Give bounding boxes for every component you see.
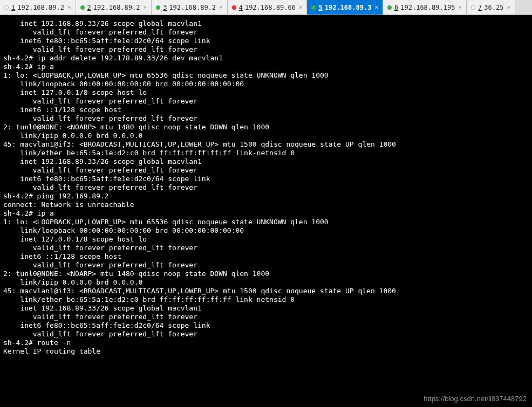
terminal-line: 45: macvlan1@if3: <BROADCAST,MULTICAST,U… [3,287,529,295]
close-icon[interactable]: × [219,4,223,11]
tab-2[interactable]: 2192.168.89.2× [76,0,152,15]
terminal-line: inet 192.168.89.33/26 scope global macvl… [3,19,529,28]
terminal-line: inet 192.168.89.33/26 scope global macvl… [3,304,529,313]
terminal-line: 1: lo: <LOOPBACK,UP,LOWER_UP> mtu 65536 … [3,218,529,226]
terminal-line: valid_lft forever preferred_lft forever [3,166,529,175]
terminal-line: inet6 fe80::bc65:5aff:fe1e:d2c0/64 scope… [3,37,529,45]
terminal-line: sh-4.2# route -n [3,339,529,347]
tab-5[interactable]: 5192.168.89.3× [307,0,383,15]
tab-number: 3 [163,4,167,11]
tab-label: 192.168.89.2 [169,4,216,11]
status-dot-icon [387,5,392,10]
tab-label: 36.25 [484,4,503,11]
terminal-line: Kernel IP routing table [3,347,529,356]
terminal-line: inet6 ::1/128 scope host [3,252,529,261]
close-icon[interactable]: × [67,4,71,11]
tab-number: 6 [394,4,398,11]
terminal-line: inet 127.0.0.1/8 scope host lo [3,235,529,244]
terminal-line: inet6 fe80::bc65:5aff:fe1e:d2c0/64 scope… [3,321,529,330]
terminal-line: valid_lft forever preferred_lft forever [3,313,529,321]
tab-label: 192.168.89.2 [93,4,140,11]
terminal-line: 1: lo: <LOOPBACK,UP,LOWER_UP> mtu 65536 … [3,71,529,80]
status-dot-icon [471,5,475,10]
terminal-line: sh-4.2# ping 192.169.89.2 [3,192,529,201]
terminal-line: valid_lft forever preferred_lft forever [3,183,529,192]
terminal-line: link/ipip 0.0.0.0 brd 0.0.0.0 [3,132,529,140]
tab-label: 192.168.89.195 [400,4,455,11]
terminal-line: connect: Network is unreachable [3,201,529,209]
terminal-line: valid_lft forever preferred_lft forever [3,45,529,54]
terminal-line: link/ether be:65:5a:1e:d2:c0 brd ff:ff:f… [3,295,529,304]
close-icon[interactable]: × [374,4,378,11]
tab-label: 192.168.89.66 [245,4,296,11]
terminal-line: 45: macvlan1@if3: <BROADCAST,MULTICAST,U… [3,140,529,149]
tab-number: 2 [87,4,91,11]
terminal-line: valid_lft forever preferred_lft forever [3,244,529,252]
tab-4[interactable]: 4192.168.89.66× [228,0,308,15]
status-dot-icon [156,5,160,10]
terminal-line: sh-4.2# ip a [3,209,529,218]
tab-1[interactable]: 1192.168.89.2× [0,0,76,15]
status-dot-icon [311,5,316,10]
tab-6[interactable]: 6192.168.89.195× [383,0,467,15]
terminal-line: link/loopback 00:00:00:00:00:00 brd 00:0… [3,80,529,88]
close-icon[interactable]: × [507,4,510,11]
status-dot-icon [232,5,236,10]
tab-label: 192.168.89.3 [325,4,372,11]
terminal-line: valid_lft forever preferred_lft forever [3,330,529,339]
tab-7[interactable]: 736.25× [467,0,515,15]
tab-number: 1 [11,4,15,11]
terminal-line: valid_lft forever preferred_lft forever [3,114,529,123]
terminal-line: valid_lft forever preferred_lft forever [3,97,529,106]
tab-number: 5 [318,4,322,11]
terminal-line: inet 192.168.89.33/26 scope global macvl… [3,157,529,166]
terminal-line: 2: tunl0@NONE: <NOARP> mtu 1480 qdisc no… [3,123,529,132]
terminal-line: inet6 ::1/128 scope host [3,106,529,114]
terminal-line: inet 127.0.0.1/8 scope host lo [3,88,529,97]
terminal-line: sh-4.2# ip a [3,63,529,71]
tab-label: 192.168.89.2 [17,4,64,11]
close-icon[interactable]: × [458,4,462,11]
watermark: https://blog.csdn.net/ll837448792 [424,395,527,403]
terminal-line: sh-4.2# ip addr delete 192.178.89.33/26 … [3,54,529,63]
terminal-line: valid_lft forever preferred_lft forever [3,261,529,270]
status-dot-icon [4,5,9,10]
terminal-line: link/loopback 00:00:00:00:00:00 brd 00:0… [3,226,529,235]
terminal-line: valid_lft forever preferred_lft forever [3,28,529,37]
status-dot-icon [80,5,85,10]
close-icon[interactable]: × [144,4,147,11]
tab-3[interactable]: 3192.168.89.2× [152,0,228,15]
close-icon[interactable]: × [299,4,303,11]
terminal-output[interactable]: inet 192.168.89.33/26 scope global macvl… [0,15,532,407]
terminal-line: link/ether be:65:5a:1e:d2:c0 brd ff:ff:f… [3,149,529,157]
tab-number: 4 [239,4,243,11]
terminal-line: inet6 fe80::bc65:5aff:fe1e:d2c0/64 scope… [3,175,529,183]
tab-bar: 1192.168.89.2×2192.168.89.2×3192.168.89.… [0,0,532,15]
terminal-line: 2: tunl0@NONE: <NOARP> mtu 1480 qdisc no… [3,270,529,278]
tab-number: 7 [478,4,482,11]
terminal-line: link/ipip 0.0.0.0 brd 0.0.0.0 [3,278,529,287]
